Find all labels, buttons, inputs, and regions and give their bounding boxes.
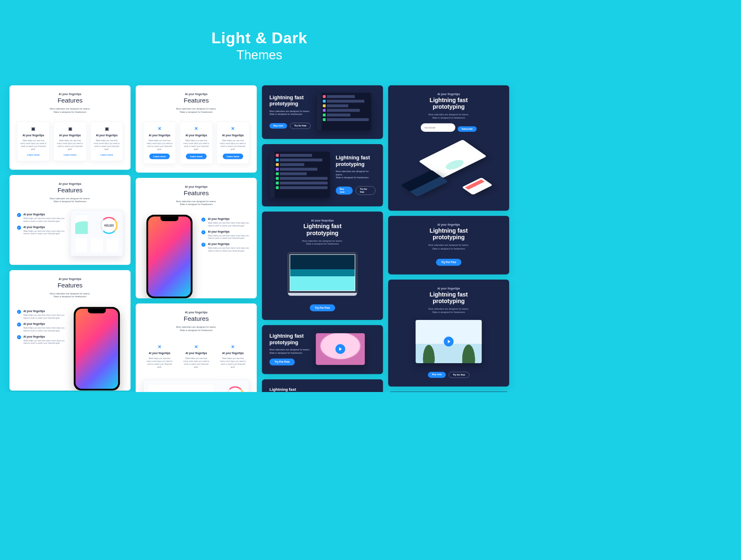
dark-card-proto-video[interactable]: Lightning fastprototyping Most calendars…: [262, 325, 383, 374]
close-icon: ✕: [157, 344, 162, 349]
light-card-features-tiles-pill[interactable]: At your fingertips Features Most calenda…: [136, 85, 257, 173]
check-icon: ✓: [17, 322, 21, 327]
check-title: At your fingertips: [208, 230, 249, 233]
picture-icon: ▣: [31, 126, 36, 131]
check-body: Slate helps you see how many more days y…: [208, 222, 249, 227]
tile[interactable]: ▣ At your fingertips Slate helps you see…: [17, 122, 49, 161]
learn-more-button[interactable]: Learn more: [149, 154, 170, 159]
dark-card-proto-window-right[interactable]: Lightning fastprototyping Most calendars…: [262, 85, 383, 139]
picture-icon: ▣: [104, 126, 110, 131]
light-card-features-dashboard[interactable]: At your fingertips Features Most calenda…: [9, 175, 130, 265]
subtext: Most calendars are designed for teams.Sl…: [17, 292, 123, 299]
check-icon: ✓: [17, 213, 21, 217]
column-dark-1: Lightning fastprototyping Most calendars…: [262, 85, 383, 392]
check-body: Slate helps you see how many more days y…: [23, 230, 65, 236]
tile[interactable]: ✕ At your fingertips Slate helps you see…: [217, 122, 249, 164]
tile: ✕ At your fingertips Slate helps you see…: [143, 340, 176, 373]
buy-button[interactable]: Buy now: [270, 123, 287, 128]
learn-more-button[interactable]: Learn more: [186, 154, 207, 159]
picture-icon: ▣: [68, 126, 73, 131]
learn-more-link[interactable]: Learn more: [93, 154, 120, 156]
buy-button[interactable]: Buy now: [428, 372, 446, 378]
check-icon: ✓: [202, 243, 206, 247]
dark-card-proto-try[interactable]: At your fingertips Lightning fastprototy…: [388, 216, 509, 275]
tile-title: At your fingertips: [183, 352, 210, 355]
tile-body: Slate helps you see how many more days y…: [183, 139, 210, 150]
phone-mock: [74, 307, 120, 391]
dark-card-proto-macbook[interactable]: At your fingertips Lightning fastprototy…: [262, 212, 383, 320]
copy: Lightning fastprototyping Most calendars…: [336, 154, 376, 195]
dark-card-proto-video-center[interactable]: At your fingertips Lightning fastprototy…: [388, 280, 509, 387]
close-icon: ✕: [157, 126, 162, 131]
light-card-features-tiles-and-dash[interactable]: At your fingertips Features Most calenda…: [136, 303, 257, 392]
headline: Lightning fast: [270, 333, 304, 339]
eyebrow: At your fingertips: [17, 182, 123, 185]
learn-more-link[interactable]: Learn more: [57, 154, 83, 156]
buy-button[interactable]: Buy now: [336, 187, 353, 195]
eyebrow: At your fingertips: [143, 311, 249, 314]
try-button[interactable]: Try For Free: [310, 304, 335, 311]
check-icon: ✓: [17, 310, 21, 314]
check-item: ✓ At your fingertips Slate helps you see…: [17, 226, 65, 236]
tile-title: At your fingertips: [183, 134, 210, 137]
light-card-features-phone-right[interactable]: At your fingertips Features Most calenda…: [136, 178, 257, 299]
try-button[interactable]: Try For Free: [436, 259, 461, 266]
learn-more-link[interactable]: Learn more: [20, 154, 47, 156]
app-window-mock: [270, 152, 330, 198]
video-thumb[interactable]: [316, 333, 365, 365]
headline: Lightning fast: [336, 155, 370, 161]
tile-body: Slate helps you see how many more days y…: [20, 139, 47, 150]
dark-card-proto-footer[interactable]: Lightning fast: [262, 379, 383, 392]
subtext: Most calendars are designed for teams.Sl…: [396, 244, 502, 250]
check-item: ✓ At your fingertips Slate helps you see…: [17, 213, 65, 223]
close-icon: ✕: [231, 344, 236, 349]
checklist: ✓ At your fingertips Slate helps you see…: [17, 307, 65, 345]
eyebrow: At your fingertips: [17, 93, 123, 96]
tile-body: Slate helps you see how many more days y…: [146, 357, 173, 369]
play-icon[interactable]: [444, 337, 454, 347]
tile-body: Slate helps you see how many more days y…: [220, 139, 246, 150]
check-title: At your fingertips: [23, 310, 65, 313]
tile-body: Slate helps you see how many more days y…: [57, 139, 83, 150]
subtext: Most calendars are designed for teams.Sl…: [143, 200, 249, 206]
light-card-features-tiles-link[interactable]: At your fingertips Features Most calenda…: [9, 85, 130, 170]
dark-card-footer[interactable]: [388, 392, 509, 392]
dashboard-mock: ¥23,323: [70, 210, 123, 256]
eyebrow: At your fingertips: [143, 93, 249, 96]
copy: Lightning fastprototyping Most calendars…: [270, 333, 310, 365]
hero-title: Light & Dark: [0, 29, 519, 47]
eyebrow: At your fingertips: [143, 185, 249, 188]
check-icon: ✓: [17, 226, 21, 230]
headline: Features: [17, 187, 123, 194]
try-button[interactable]: Try for free: [290, 123, 310, 129]
subscribe-form: Subscribe: [396, 124, 502, 132]
hero-subtitle: Themes: [0, 48, 519, 62]
try-button[interactable]: Try for free: [449, 372, 469, 378]
subtext: Most calendars are designed for teams.Sl…: [143, 325, 249, 332]
check-body: Slate helps you see how many more days y…: [23, 327, 65, 332]
tile: ✕ At your fingertips Slate helps you see…: [217, 340, 249, 373]
check-title: At your fingertips: [208, 217, 249, 220]
tile-title: At your fingertips: [146, 352, 173, 355]
light-card-features-phone-left[interactable]: At your fingertips Features Most calenda…: [9, 270, 130, 391]
video-thumb[interactable]: [415, 320, 482, 363]
eyebrow: At your fingertips: [270, 219, 376, 222]
learn-more-button[interactable]: Learn more: [223, 154, 243, 159]
tile[interactable]: ▣ At your fingertips Slate helps you see…: [54, 122, 86, 161]
try-button[interactable]: Try For Free: [270, 359, 295, 366]
dark-card-proto-window-left[interactable]: Lightning fastprototyping Most calendars…: [262, 144, 383, 206]
tile[interactable]: ✕ At your fingertips Slate helps you see…: [143, 122, 176, 164]
try-button[interactable]: Try for free: [356, 186, 375, 195]
check-icon: ✓: [202, 230, 206, 234]
email-field[interactable]: [421, 124, 455, 132]
tile[interactable]: ▣ At your fingertips Slate helps you see…: [91, 122, 123, 161]
dark-card-proto-subscribe-iso[interactable]: At your fingertips Lightning fastprototy…: [388, 85, 509, 211]
tile-title: At your fingertips: [20, 134, 47, 137]
copy: Lightning fastprototyping Most calendars…: [270, 94, 311, 129]
play-icon[interactable]: [335, 344, 345, 354]
eyebrow: At your fingertips: [396, 93, 502, 96]
subscribe-button[interactable]: Subscribe: [457, 126, 477, 132]
tile[interactable]: ✕ At your fingertips Slate helps you see…: [180, 122, 212, 164]
headline: Features: [17, 97, 123, 104]
macbook-mock: [288, 252, 357, 296]
